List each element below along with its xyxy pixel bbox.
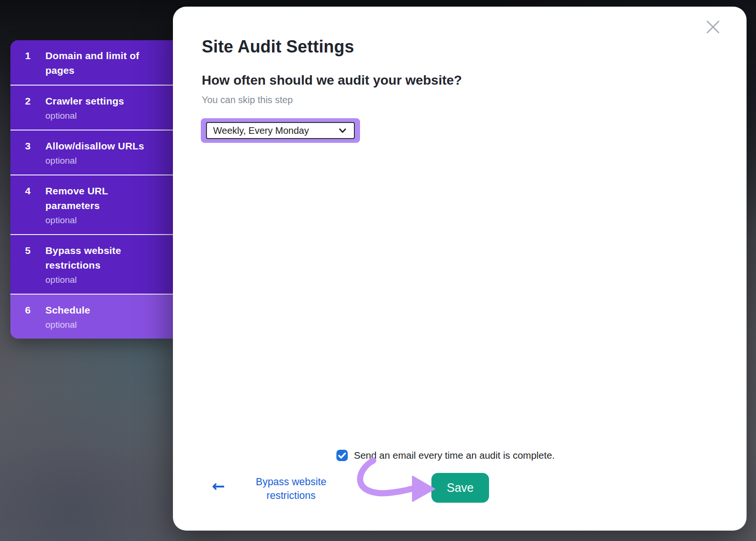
schedule-question: How often should we audit your website? xyxy=(202,73,462,88)
step-title: Remove URL parameters xyxy=(45,183,165,213)
step-note: optional xyxy=(45,109,165,122)
frequency-highlight-annotation: Weekly, Every Monday xyxy=(201,118,360,143)
sidebar-step-bypass-website-restrictions[interactable]: 5 Bypass website restrictions optional xyxy=(10,234,173,294)
skip-step-note: You can skip this step xyxy=(202,95,293,105)
sidebar-step-domain-and-limit[interactable]: 1 Domain and limit of pages xyxy=(10,40,173,85)
save-button[interactable]: Save xyxy=(431,473,489,503)
modal-title: Site Audit Settings xyxy=(202,37,354,57)
screen-backdrop: 1 Domain and limit of pages 2 Crawler se… xyxy=(0,0,756,541)
step-note: optional xyxy=(45,318,165,332)
step-title: Allow/disallow URLs xyxy=(45,139,165,153)
frequency-selected-value: Weekly, Every Monday xyxy=(213,125,309,136)
step-note: optional xyxy=(45,154,165,167)
step-number: 2 xyxy=(10,94,45,108)
step-title: Bypass website restrictions xyxy=(45,243,165,272)
step-number: 4 xyxy=(10,183,45,198)
close-icon[interactable] xyxy=(705,19,721,35)
sidebar-step-schedule-active[interactable]: 6 Schedule optional xyxy=(10,294,173,339)
step-number: 5 xyxy=(10,243,45,258)
step-number: 1 xyxy=(10,48,45,63)
site-audit-settings-modal: Site Audit Settings How often should we … xyxy=(173,7,747,531)
setup-steps-sidebar: 1 Domain and limit of pages 2 Crawler se… xyxy=(10,40,173,339)
sidebar-step-remove-url-parameters[interactable]: 4 Remove URL parameters optional xyxy=(10,175,173,234)
email-checkbox[interactable] xyxy=(336,450,348,461)
purple-arrow-annotation xyxy=(352,454,442,511)
step-title: Crawler settings xyxy=(45,94,165,108)
sidebar-step-allow-disallow-urls[interactable]: 3 Allow/disallow URLs optional xyxy=(10,130,173,175)
chevron-down-icon xyxy=(337,125,348,136)
step-note: optional xyxy=(45,214,165,227)
bypass-website-restrictions-link[interactable]: Bypass website restrictions xyxy=(239,475,343,503)
frequency-select[interactable]: Weekly, Every Monday xyxy=(206,122,355,139)
email-checkbox-label[interactable]: Send an email every time an audit is com… xyxy=(354,450,555,461)
step-title: Schedule xyxy=(45,303,165,317)
step-title: Domain and limit of pages xyxy=(45,48,165,78)
check-icon xyxy=(336,450,348,461)
back-arrow-icon[interactable]: ← xyxy=(205,477,232,495)
step-number: 3 xyxy=(10,139,45,153)
step-number: 6 xyxy=(10,303,45,317)
email-notification-row: Send an email every time an audit is com… xyxy=(336,450,555,461)
step-note: optional xyxy=(45,273,165,287)
sidebar-step-crawler-settings[interactable]: 2 Crawler settings optional xyxy=(10,85,173,130)
